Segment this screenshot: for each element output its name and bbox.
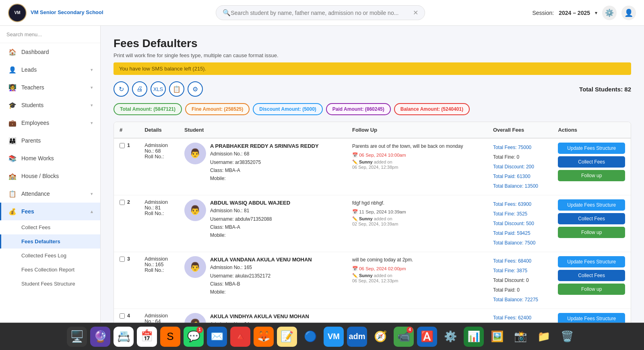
session-dropdown-icon[interactable]: ▾ <box>595 10 597 16</box>
dock-whatsapp[interactable]: 💬 1 <box>184 327 204 347</box>
sidebar-item-dashboard[interactable]: 🏠 Dashboard <box>0 43 100 61</box>
row3-total-fees[interactable]: Total Fees: 68400 <box>493 258 531 264</box>
row2-fine[interactable]: Total Fine: 3525 <box>493 211 527 217</box>
sidebar-item-employees[interactable]: 💼 Employees ▾ <box>0 114 100 132</box>
row1-followup-btn[interactable]: Follow up <box>558 170 625 181</box>
sidebar: Search menu... 🏠 Dashboard 👤 Leads ▾ 👩‍🏫… <box>0 26 101 323</box>
dock-vmgmgr[interactable]: VM <box>324 327 344 347</box>
row2-fees: Total Fees: 63900 Total Fine: 3525 Total… <box>487 195 553 252</box>
leads-icon: 👤 <box>8 66 17 74</box>
col-overall-fees: Overall Fees <box>487 122 553 138</box>
row2-actions: Update Fees Structure Collect Fees Follo… <box>552 195 631 252</box>
dashboard-icon: 🏠 <box>8 48 17 56</box>
print-button[interactable]: 🖨 <box>132 81 147 97</box>
row3-student-info: AKULA VANDANA AKULA VENU MOHAN Admission… <box>210 256 312 296</box>
students-icon: 🎓 <box>8 101 17 109</box>
dock-finder[interactable]: 🖥️ <box>67 327 87 347</box>
row1-collect-fees-btn[interactable]: Collect Fees <box>558 156 625 168</box>
teachers-chevron: ▾ <box>91 85 93 90</box>
row3-balance[interactable]: Total Balance: 72275 <box>493 297 538 302</box>
fees-chevron: ▴ <box>91 209 93 214</box>
dock-notes[interactable]: 📝 <box>277 327 297 347</box>
row2-followup-btn[interactable]: Follow up <box>558 227 625 238</box>
sidebar-search-text[interactable]: Search menu... <box>6 31 42 37</box>
row3-update-fees-btn[interactable]: Update Fees Structure <box>558 256 625 267</box>
sidebar-item-parents[interactable]: 👨‍👩‍👧 Parents <box>0 132 100 149</box>
row3-followup-btn[interactable]: Follow up <box>558 284 625 295</box>
row1-discount[interactable]: Total Discount: 200 <box>493 164 534 170</box>
row3-collect-fees-btn[interactable]: Collect Fees <box>558 270 625 281</box>
leads-chevron: ▾ <box>91 67 93 72</box>
dock-files[interactable]: 📁 <box>534 327 554 347</box>
dock-openvpn[interactable]: 🔺 <box>230 327 250 347</box>
dock-preview[interactable]: 🖼️ <box>487 327 507 347</box>
dock-siri[interactable]: 🔮 <box>90 327 110 347</box>
dock-facetime[interactable]: 📹 4 <box>394 327 414 347</box>
filter-button[interactable]: ⚙ <box>188 81 203 97</box>
sidebar-item-houseblocks[interactable]: 🏫 House / Blocks <box>0 167 100 185</box>
sidebar-sub-fees-defaulters[interactable]: Fees Defaulters <box>0 234 100 249</box>
row2-paid[interactable]: Total Paid: 59425 <box>493 230 530 236</box>
dock-settings[interactable]: ⚙️ <box>440 327 460 347</box>
dock-safari[interactable]: 🧭 <box>370 327 390 347</box>
dock-sublime[interactable]: S <box>160 327 180 347</box>
sidebar-sub-fees-collection-report[interactable]: Fees Collection Report <box>0 263 100 277</box>
sidebar-item-teachers[interactable]: 👩‍🏫 Teachers ▾ <box>0 79 100 96</box>
dock-chrome[interactable]: 🔵 <box>300 327 320 347</box>
dock-appstore[interactable]: 🅰️ <box>417 327 437 347</box>
row4-update-fees-btn[interactable]: Update Fees Structure <box>558 313 625 323</box>
dock-vmadmin[interactable]: adm <box>347 327 367 347</box>
sidebar-item-fees[interactable]: 💰 Fees ▴ <box>0 203 100 220</box>
row2-checkbox[interactable] <box>120 200 125 205</box>
row2-discount[interactable]: Total Discount: 500 <box>493 221 534 226</box>
whatsapp-badge: 1 <box>196 327 203 333</box>
row3-fine[interactable]: Total Fine: 3875 <box>493 268 527 273</box>
user-avatar[interactable]: 👤 <box>621 6 636 20</box>
topbar: VM VM Senior Secondary School 🔍 ✕ Sessio… <box>0 0 644 26</box>
total-amount-badge: Total Amount: (5847121) <box>114 103 182 115</box>
dock-trash[interactable]: 🗑️ <box>557 327 577 347</box>
parents-label: Parents <box>21 137 41 144</box>
sidebar-sub-student-fees-structure[interactable]: Student Fees Structure <box>0 277 100 291</box>
row4-total-fees[interactable]: Total Fees: 62400 <box>493 315 531 321</box>
school-name: VM Senior Secondary School <box>31 9 103 16</box>
leads-label: Leads <box>21 66 37 73</box>
dock-contacts[interactable]: 📇 <box>114 327 134 347</box>
settings-avatar[interactable]: ⚙️ <box>602 6 617 20</box>
fees-icon: 💰 <box>8 207 17 215</box>
sidebar-item-homeworks[interactable]: 📚 Home Works <box>0 149 100 167</box>
row2-collect-fees-btn[interactable]: Collect Fees <box>558 213 625 224</box>
row1-paid[interactable]: Total Paid: 61300 <box>493 174 530 179</box>
excel-export-button[interactable]: XLS <box>151 81 166 97</box>
collect-fees-label: Collect Fees <box>21 224 50 230</box>
dock-capture[interactable]: 📸 <box>510 327 530 347</box>
dock-firefox[interactable]: 🦊 <box>254 327 274 347</box>
students-label: Students <box>21 102 43 108</box>
dock-excel[interactable]: 📊 <box>464 327 484 347</box>
row2-followup: fdgf hgd nbhgf. 📅 11 Sep, 2024 10:39am ✏… <box>347 195 487 252</box>
row1-checkbox[interactable] <box>120 143 125 148</box>
sidebar-item-attendance[interactable]: 📋 Attendance ▾ <box>0 185 100 203</box>
row2-balance[interactable]: Total Balance: 7500 <box>493 240 535 246</box>
sidebar-search[interactable]: Search menu... <box>0 26 100 43</box>
row4-checkbox[interactable] <box>120 313 125 319</box>
search-bar: 🔍 ✕ <box>109 5 532 20</box>
row1-balance[interactable]: Total Balance: 13500 <box>493 183 538 189</box>
search-clear-icon[interactable]: ✕ <box>413 9 418 17</box>
refresh-button[interactable]: ↻ <box>114 81 129 97</box>
row3-checkbox[interactable] <box>120 257 125 262</box>
copy-button[interactable]: 📋 <box>169 81 184 97</box>
search-input[interactable] <box>231 10 410 16</box>
sidebar-sub-collect-fees[interactable]: Collect Fees <box>0 220 100 234</box>
dock-calendar[interactable]: 📅 6 <box>137 327 157 347</box>
sidebar-sub-collected-fees-log[interactable]: Collected Fees Log <box>0 249 100 263</box>
row2-update-fees-btn[interactable]: Update Fees Structure <box>558 199 625 211</box>
row1-actions: Update Fees Structure Collect Fees Follo… <box>552 138 631 195</box>
attendance-label: Attendance <box>21 191 50 197</box>
dock-mail[interactable]: ✉️ <box>207 327 227 347</box>
sidebar-item-students[interactable]: 🎓 Students ▾ <box>0 96 100 114</box>
row1-update-fees-btn[interactable]: Update Fees Structure <box>558 143 625 154</box>
sidebar-item-leads[interactable]: 👤 Leads ▾ <box>0 61 100 79</box>
row2-total-fees[interactable]: Total Fees: 63900 <box>493 201 531 207</box>
row1-total-fees[interactable]: Total Fees: 75000 <box>493 145 531 150</box>
